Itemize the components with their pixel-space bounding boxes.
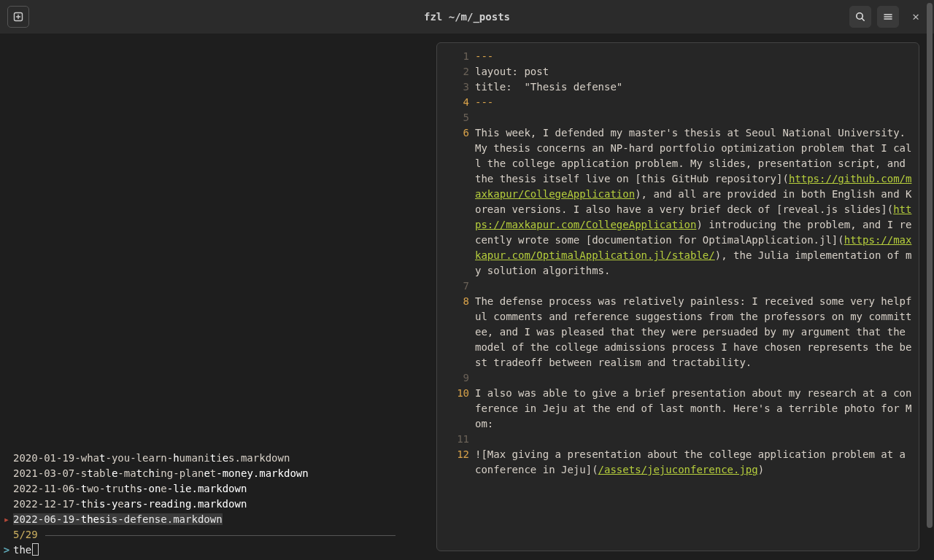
- line-content: ![Max giving a presentation about the co…: [475, 447, 919, 478]
- search-button[interactable]: [849, 6, 871, 28]
- preview-code: 1---2layout: post3title: "Thesis defense…: [437, 49, 919, 478]
- line-content: This week, I defended my master's thesis…: [475, 125, 919, 279]
- line-number: 10: [437, 386, 475, 401]
- line-number: 12: [437, 447, 475, 462]
- fzf-list[interactable]: 2020-01-19-what-you-learn-humanities.mar…: [0, 451, 436, 560]
- line-number: 6: [437, 125, 475, 141]
- code-line: 4---: [437, 95, 919, 110]
- code-line: 5: [437, 110, 919, 125]
- code-line: 8The defense process was relatively pain…: [437, 294, 919, 370]
- fzf-item[interactable]: 2022-11-06-two-truths-one-lie.markdown: [0, 481, 436, 497]
- fzf-item[interactable]: 2022-12-17-this-years-reading.markdown: [0, 497, 436, 512]
- fzf-prompt[interactable]: >the: [0, 542, 436, 560]
- line-content: I also was able to give a brief presenta…: [475, 386, 919, 432]
- line-content: ---: [475, 49, 919, 64]
- line-number: 7: [437, 279, 475, 294]
- code-line: 6This week, I defended my master's thesi…: [437, 125, 919, 279]
- new-tab-button[interactable]: [7, 6, 29, 28]
- preview-pane-container: 1---2layout: post3title: "Thesis defense…: [436, 34, 934, 560]
- fzf-item[interactable]: 2021-03-07-stable-matching-planet-money.…: [0, 466, 436, 481]
- close-button[interactable]: ✕: [905, 8, 927, 26]
- line-number: 3: [437, 79, 475, 95]
- line-number: 11: [437, 432, 475, 447]
- line-number: 4: [437, 95, 475, 110]
- line-number: 1: [437, 49, 475, 64]
- line-number: 9: [437, 370, 475, 386]
- fzf-left-pane: 2020-01-19-what-you-learn-humanities.mar…: [0, 34, 436, 560]
- code-line: 11: [437, 432, 919, 447]
- line-content: ---: [475, 95, 919, 110]
- code-line: 10I also was able to give a brief presen…: [437, 386, 919, 432]
- line-number: 8: [437, 294, 475, 309]
- scroll-thumb[interactable]: [927, 3, 933, 528]
- line-number: 2: [437, 64, 475, 79]
- code-line: 9: [437, 370, 919, 386]
- code-line: 1---: [437, 49, 919, 64]
- line-content: layout: post: [475, 64, 919, 79]
- code-line: 7: [437, 279, 919, 294]
- code-line: 12![Max giving a presentation about the …: [437, 447, 919, 478]
- code-line: 3title: "Thesis defense": [437, 79, 919, 95]
- code-line: 2layout: post: [437, 64, 919, 79]
- line-number: 5: [437, 110, 475, 125]
- window-title: fzl ~/m/_posts: [0, 9, 934, 25]
- preview-frame[interactable]: 1---2layout: post3title: "Thesis defense…: [436, 42, 919, 551]
- fzf-counter: 5/29: [0, 527, 436, 542]
- line-content: title: "Thesis defense": [475, 79, 919, 95]
- cursor: [32, 543, 39, 556]
- titlebar: fzl ~/m/_posts ✕: [0, 0, 934, 34]
- fzf-item[interactable]: 2020-01-19-what-you-learn-humanities.mar…: [0, 451, 436, 466]
- line-content: The defense process was relatively painl…: [475, 294, 919, 370]
- menu-button[interactable]: [877, 6, 899, 28]
- main-area: 2020-01-19-what-you-learn-humanities.mar…: [0, 34, 934, 560]
- scrollbar[interactable]: [927, 1, 933, 559]
- fzf-item-selected[interactable]: ▸2022-06-19-thesis-defense.markdown: [0, 512, 436, 527]
